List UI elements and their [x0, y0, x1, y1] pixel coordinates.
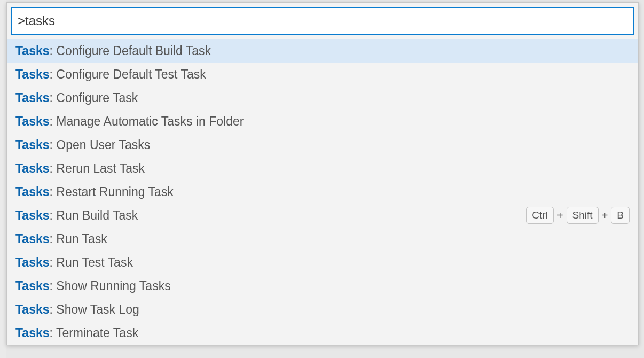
command-result-separator: : — [50, 67, 57, 81]
command-result-label: Tasks: Show Running Tasks — [15, 279, 171, 293]
command-result-separator: : — [50, 114, 57, 128]
command-result-category: Tasks — [15, 161, 50, 175]
command-result-separator: : — [50, 91, 57, 105]
command-result-separator: : — [50, 232, 57, 246]
command-result-separator: : — [50, 185, 57, 199]
command-result-name: Open User Tasks — [56, 138, 150, 152]
command-result-separator: : — [50, 326, 56, 340]
command-result-separator: : — [50, 44, 57, 58]
command-result-item[interactable]: Tasks: Run Task — [7, 227, 638, 251]
command-result-category: Tasks — [15, 255, 50, 269]
command-result-category: Tasks — [15, 185, 50, 199]
command-result-category: Tasks — [15, 302, 50, 316]
key-join: + — [602, 209, 608, 222]
command-result-label: Tasks: Configure Task — [15, 91, 138, 105]
command-result-name: Configure Default Test Task — [56, 67, 206, 81]
command-result-category: Tasks — [15, 232, 50, 246]
command-result-item[interactable]: Tasks: Show Running Tasks — [7, 274, 638, 298]
command-result-separator: : — [50, 161, 57, 175]
command-result-name: Terminate Task — [56, 326, 138, 340]
command-result-label: Tasks: Configure Default Test Task — [15, 67, 206, 82]
command-result-item[interactable]: Tasks: Restart Running Task — [7, 180, 638, 204]
key-join: + — [557, 209, 563, 222]
command-result-label: Tasks: Terminate Task — [15, 326, 138, 340]
command-result-item[interactable]: Tasks: Terminate Task — [7, 321, 638, 345]
command-results-list: Tasks: Configure Default Build TaskTasks… — [7, 39, 638, 345]
command-result-separator: : — [50, 302, 57, 316]
command-result-label: Tasks: Rerun Last Task — [15, 161, 145, 176]
command-result-item[interactable]: Tasks: Configure Default Test Task — [7, 63, 638, 86]
command-result-name: Rerun Last Task — [56, 161, 145, 175]
command-result-separator: : — [50, 138, 57, 152]
command-input-wrap — [7, 3, 638, 39]
editor-gutter-hint — [0, 0, 6, 358]
command-result-name: Run Build Task — [56, 208, 138, 222]
command-result-label: Tasks: Run Build Task — [15, 208, 138, 223]
command-result-category: Tasks — [15, 67, 50, 81]
command-result-item[interactable]: Tasks: Open User Tasks — [7, 133, 638, 157]
command-palette: Tasks: Configure Default Build TaskTasks… — [6, 2, 639, 345]
command-result-label: Tasks: Manage Automatic Tasks in Folder — [15, 114, 244, 129]
command-result-item[interactable]: Tasks: Rerun Last Task — [7, 157, 638, 180]
command-result-category: Tasks — [15, 279, 50, 293]
command-result-separator: : — [50, 279, 57, 293]
command-result-item[interactable]: Tasks: Run Test Task — [7, 251, 638, 274]
command-result-item[interactable]: Tasks: Manage Automatic Tasks in Folder — [7, 110, 638, 133]
command-result-name: Configure Task — [56, 91, 138, 105]
command-result-label: Tasks: Open User Tasks — [15, 138, 150, 152]
command-input[interactable] — [11, 7, 634, 35]
command-result-category: Tasks — [15, 326, 50, 340]
command-result-label: Tasks: Run Task — [15, 232, 107, 246]
command-result-name: Show Running Tasks — [56, 279, 170, 293]
command-result-name: Run Task — [56, 232, 107, 246]
command-result-category: Tasks — [15, 138, 50, 152]
command-result-item[interactable]: Tasks: Run Build TaskCtrl+Shift+B — [7, 204, 638, 227]
command-result-keybinding: Ctrl+Shift+B — [526, 207, 630, 224]
command-result-label: Tasks: Show Task Log — [15, 302, 139, 317]
command-result-category: Tasks — [15, 114, 50, 128]
command-result-name: Configure Default Build Task — [56, 44, 211, 58]
command-result-name: Show Task Log — [56, 302, 139, 316]
keycap: Shift — [567, 207, 599, 224]
keycap: B — [611, 207, 630, 224]
keycap: Ctrl — [526, 207, 554, 224]
command-result-item[interactable]: Tasks: Configure Default Build Task — [7, 39, 638, 63]
command-result-label: Tasks: Run Test Task — [15, 255, 133, 270]
command-result-label: Tasks: Configure Default Build Task — [15, 44, 211, 58]
command-result-category: Tasks — [15, 44, 50, 58]
command-result-separator: : — [50, 208, 57, 222]
command-result-category: Tasks — [15, 208, 50, 222]
command-result-separator: : — [50, 255, 57, 269]
command-result-label: Tasks: Restart Running Task — [15, 185, 174, 199]
command-result-name: Manage Automatic Tasks in Folder — [56, 114, 244, 128]
command-result-item[interactable]: Tasks: Configure Task — [7, 86, 638, 110]
command-result-category: Tasks — [15, 91, 50, 105]
command-result-item[interactable]: Tasks: Show Task Log — [7, 298, 638, 321]
command-result-name: Restart Running Task — [56, 185, 173, 199]
command-result-name: Run Test Task — [56, 255, 133, 269]
